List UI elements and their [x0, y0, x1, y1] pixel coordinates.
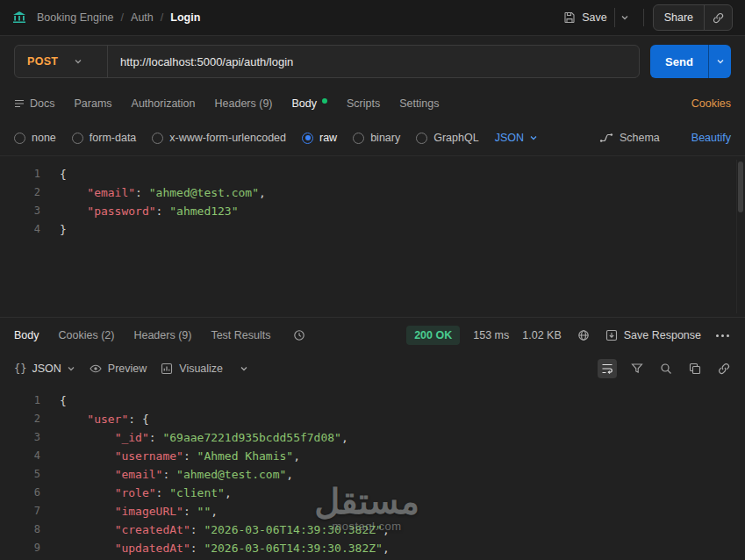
code-line: 3 "_id": "69aae7221d935bcdd55f7d08", [0, 428, 745, 447]
format-label: JSON [32, 363, 61, 375]
breadcrumb-collection[interactable]: Auth [131, 11, 154, 24]
line-number: 3 [0, 202, 40, 220]
tab-scripts[interactable]: Scripts [347, 97, 380, 110]
share-label: Share [664, 11, 693, 24]
tab-docs[interactable]: Docs [14, 97, 54, 110]
tab-body[interactable]: Body [292, 97, 328, 110]
response-body-editor[interactable]: 1{2 "user": {3 "_id": "69aae7221d935bcdd… [0, 384, 745, 560]
save-button[interactable]: Save [556, 6, 614, 29]
send-button[interactable]: Send [650, 45, 708, 78]
response-tab-test-results[interactable]: Test Results [211, 329, 270, 341]
chevron-down-icon [240, 364, 248, 373]
save-dropdown-button[interactable] [614, 8, 634, 27]
share-link-button[interactable] [704, 5, 732, 30]
braces-icon: {} [14, 363, 26, 375]
response-tab-cookies[interactable]: Cookies (2) [59, 329, 115, 341]
response-action-icons [598, 359, 733, 378]
request-body-editor[interactable]: 1{2 "email": "ahmed@test.com",3 "passwor… [0, 156, 745, 318]
search-icon [660, 363, 672, 375]
cookies-link[interactable]: Cookies [691, 97, 731, 110]
tab-label: Params [74, 97, 111, 110]
response-tab-headers[interactable]: Headers (9) [133, 329, 191, 341]
breadcrumb-separator: / [161, 11, 163, 24]
tab-label: Headers (9) [133, 329, 191, 341]
tab-headers[interactable]: Headers (9) [215, 97, 273, 110]
radio-icon [14, 133, 25, 144]
response-format-select[interactable]: {} JSON [14, 363, 75, 375]
chevron-down-icon [529, 133, 538, 142]
preview-button[interactable]: Preview [90, 363, 147, 375]
response-time: 153 ms [473, 329, 509, 341]
scrollbar-thumb[interactable] [738, 162, 743, 212]
code-text: "password": "ahmed123" [60, 202, 239, 220]
beautify-button[interactable]: Beautify [691, 132, 731, 144]
body-type-binary[interactable]: binary [353, 132, 400, 144]
share-button[interactable]: Share [654, 5, 704, 30]
url-container: POST [14, 45, 640, 78]
body-type-x-www-form-urlencoded[interactable]: x-www-form-urlencoded [152, 132, 286, 144]
tab-authorization[interactable]: Authorization [132, 97, 196, 110]
response-tab-body[interactable]: Body [14, 329, 39, 341]
radio-label: GraphQL [433, 132, 478, 144]
tab-label: Headers (9) [215, 97, 273, 110]
response-meta: 200 OK 153 ms 1.02 KB Save Response [406, 326, 731, 345]
response-view-controls: {} JSON Preview Visualize [14, 362, 251, 376]
globe-icon [577, 329, 590, 341]
line-number: 9 [0, 539, 40, 557]
response-tabs: Body Cookies (2) Headers (9) Test Result… [14, 327, 308, 344]
topbar-actions: Save Share [556, 4, 733, 31]
body-language-select[interactable]: JSON [495, 132, 538, 144]
code-text: "email": "ahmed@test.com", [60, 465, 293, 484]
chevron-down-icon [74, 57, 82, 66]
radio-label: raw [319, 132, 337, 144]
body-type-graphql[interactable]: GraphQL [416, 132, 478, 144]
body-type-raw[interactable]: raw [302, 132, 337, 144]
visualize-button[interactable]: Visualize [161, 363, 223, 375]
save-response-button[interactable]: Save Response [605, 329, 701, 341]
filter-funnel-icon [631, 363, 643, 375]
filter-button[interactable] [628, 360, 646, 377]
code-text: "_id": "69aae7221d935bcdd55f7d08", [60, 428, 348, 447]
wrap-text-button[interactable] [598, 359, 617, 378]
tab-label: Body [14, 329, 39, 341]
preview-label: Preview [108, 363, 147, 375]
preview-eye-icon [90, 363, 102, 375]
save-response-icon [605, 329, 618, 341]
network-globe-button[interactable] [575, 327, 592, 344]
visualize-dropdown-button[interactable] [237, 362, 251, 376]
workspace-icon[interactable] [12, 11, 26, 24]
save-button-group: Save [556, 6, 634, 29]
more-options-button[interactable] [714, 331, 731, 341]
tab-settings[interactable]: Settings [399, 97, 439, 110]
copy-button[interactable] [686, 360, 704, 377]
send-dropdown-button[interactable] [708, 45, 731, 78]
line-number: 4 [0, 220, 40, 239]
line-number: 3 [0, 428, 40, 447]
response-history-button[interactable] [290, 327, 308, 344]
send-button-group: Send [650, 45, 731, 78]
copy-icon [689, 363, 701, 375]
body-type-none[interactable]: none [14, 132, 56, 144]
line-number: 1 [0, 391, 40, 410]
link-button[interactable] [715, 360, 733, 377]
search-button[interactable] [657, 360, 675, 377]
tab-label: Cookies (2) [59, 329, 115, 341]
radio-selected-icon [302, 133, 313, 144]
tab-params[interactable]: Params [74, 97, 111, 110]
method-select[interactable]: POST [15, 46, 108, 77]
code-line: 3 "password": "ahmed123" [0, 202, 745, 220]
app-window: { "accent_colors": { "method_post": "#ff… [0, 0, 745, 560]
tab-label: Test Results [211, 329, 270, 341]
code-line: 1{ [0, 165, 745, 183]
request-editor-scrollbar[interactable] [736, 160, 744, 313]
url-input[interactable] [108, 46, 639, 77]
tab-label: Scripts [347, 97, 380, 110]
line-number: 2 [0, 183, 40, 202]
body-type-form-data[interactable]: form-data [72, 132, 137, 144]
radio-label: none [32, 132, 56, 144]
radio-icon [72, 133, 83, 144]
tab-label: Authorization [132, 97, 196, 110]
breadcrumb-workspace[interactable]: Booking Engine [37, 11, 114, 24]
schema-button[interactable]: Schema [599, 132, 660, 144]
topbar-divider [643, 9, 644, 26]
